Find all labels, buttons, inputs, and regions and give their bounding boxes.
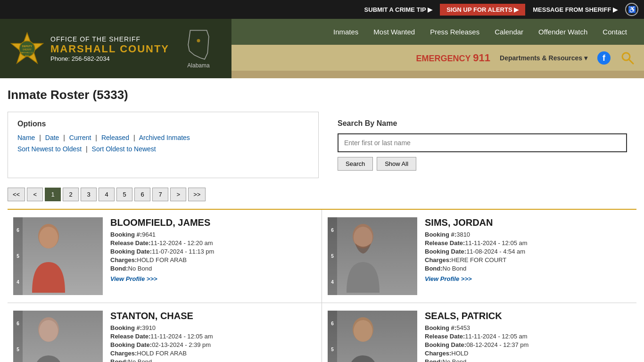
svg-point-12: [39, 227, 58, 248]
page-3[interactable]: 3: [81, 188, 97, 201]
page-5[interactable]: 5: [116, 188, 132, 201]
bond: Bond:No Bond: [425, 358, 631, 362]
mugshot-seals: 6 5 4: [328, 311, 417, 362]
emergency-info: EMERGENCY 911: [416, 52, 490, 64]
release-date: Release Date:11-11-2024 - 12:05 am: [425, 239, 631, 247]
header-nav-area: Inmates Most Wanted Press Releases Calen…: [231, 19, 644, 78]
nav-press-releases[interactable]: Press Releases: [422, 28, 487, 36]
filter-current[interactable]: Current: [69, 134, 91, 141]
top-bar: SUBMIT A CRIME TIP ▶ SIGN UP FOR ALERTS …: [0, 0, 644, 19]
page-next[interactable]: >: [170, 188, 186, 201]
inmate-photo: 6 5 4: [328, 311, 417, 362]
options-box: Options Name | Date | Current | Released…: [8, 112, 319, 178]
inmate-name: SEALS, PATRICK: [425, 311, 631, 321]
header-text: OFFICE OF THE SHERIFF MARSHALL COUNTY Ph…: [50, 35, 169, 62]
mugshot-sims: 6 5 4: [328, 217, 417, 295]
options-section: Options Name | Date | Current | Released…: [8, 112, 636, 178]
nav-offender-watch[interactable]: Offender Watch: [531, 28, 595, 36]
svg-point-6: [197, 39, 200, 42]
inmate-photo: 6 5 4: [13, 217, 103, 295]
search-section: Search By Name Search Show All: [328, 112, 636, 178]
crime-tip-arrow: ▶: [428, 6, 432, 13]
facebook-icon[interactable]: f: [597, 51, 611, 65]
inmate-name: STANTON, CHASE: [110, 311, 316, 321]
bond: Bond:No Bond: [425, 265, 631, 272]
county-title: MARSHALL COUNTY: [50, 43, 169, 55]
view-profile-sims[interactable]: View Profile >>>: [425, 275, 472, 282]
mugshot-bloomfield: 6 5 4: [13, 217, 103, 295]
search-icon[interactable]: [620, 51, 635, 65]
inmate-info: SIMS, JORDAN Booking #:3810 Release Date…: [425, 217, 631, 282]
office-title: OFFICE OF THE SHERIFF: [50, 35, 169, 43]
alerts-button[interactable]: SIGN UP FOR ALERTS ▶: [440, 4, 525, 16]
search-buttons: Search Show All: [338, 157, 627, 171]
inmate-card: 6 5 4 SEALS, PATRICK Booking #:5453 Rele…: [322, 303, 636, 362]
charges: Charges:HERE FOR COURT: [425, 256, 631, 263]
page-4[interactable]: 4: [99, 188, 115, 201]
booking-date: Booking Date:11-07-2024 - 11:13 pm: [110, 248, 316, 255]
filter-name[interactable]: Name: [17, 134, 35, 141]
show-all-button[interactable]: Show All: [377, 157, 416, 171]
charges: Charges:HOLD FOR ARAB: [110, 350, 316, 357]
booking-date: Booking Date:11-08-2024 - 4:54 am: [425, 248, 631, 255]
release-date: Release Date:11-12-2024 - 12:20 am: [110, 239, 316, 247]
nav-calendar[interactable]: Calendar: [487, 28, 531, 36]
inmate-name: BLOOMFIELD, JAMES: [110, 217, 316, 228]
sort-newest[interactable]: Sort Newest to Oldest: [17, 145, 82, 153]
page-2[interactable]: 2: [63, 188, 79, 201]
secondary-bar: EMERGENCY 911 Departments & Resources ▾ …: [231, 45, 644, 71]
booking-date: Booking Date:02-13-2024 - 2:39 pm: [110, 341, 316, 348]
page-6[interactable]: 6: [134, 188, 150, 201]
page-prev[interactable]: <: [27, 188, 43, 201]
nav-contact[interactable]: Contact: [595, 28, 635, 36]
view-profile-bloomfield[interactable]: View Profile >>>: [110, 275, 157, 282]
svg-point-18: [354, 320, 372, 342]
page-last[interactable]: >>: [188, 188, 206, 201]
svg-text:DEPUTY: DEPUTY: [22, 44, 33, 47]
inmate-card: 6 5 4 SIMS, JORDAN Booking #:3810: [322, 210, 636, 303]
phone-info: Phone: 256-582-2034: [50, 55, 169, 62]
state-label: Alabama: [187, 62, 209, 69]
booking-num: Booking #:3810: [425, 231, 631, 238]
inmate-photo: 6 5 4: [13, 311, 103, 362]
inmate-info: BLOOMFIELD, JAMES Booking #:9641 Release…: [110, 217, 316, 282]
booking-num: Booking #:9641: [110, 231, 316, 238]
state-map: Alabama: [175, 24, 222, 74]
page-1[interactable]: 1: [45, 188, 61, 201]
inmate-photo: 6 5 4: [328, 217, 417, 295]
booking-num: Booking #:5453: [425, 324, 631, 331]
page-title: Inmate Roster (5333): [8, 88, 636, 102]
nav-most-wanted[interactable]: Most Wanted: [366, 28, 422, 36]
charges: Charges:HOLD FOR ARAB: [110, 256, 316, 263]
svg-text:MARSHALL CO.: MARSHALL CO.: [21, 52, 34, 54]
options-title: Options: [17, 120, 309, 128]
search-input[interactable]: [338, 133, 627, 152]
departments-resources-menu[interactable]: Departments & Resources ▾: [500, 54, 587, 62]
filter-released[interactable]: Released: [101, 134, 129, 141]
mugshot-stanton: 6 5 4: [13, 311, 103, 362]
booking-num: Booking #:3910: [110, 324, 316, 331]
svg-point-16: [39, 320, 58, 342]
svg-text:ALA.: ALA.: [25, 55, 29, 57]
search-button[interactable]: Search: [338, 157, 373, 171]
nav-inmates[interactable]: Inmates: [326, 28, 366, 36]
sheriff-badge: DEPUTY SHERIFF MARSHALL CO. ALA.: [9, 31, 45, 66]
filter-archived[interactable]: Archived Inmates: [139, 134, 190, 141]
filter-date[interactable]: Date: [45, 134, 59, 141]
inmate-card: 6 5 4 STANTON, CHASE Booking #:3910 Rele…: [8, 303, 322, 362]
sheriff-message-link[interactable]: Message From SHERIFF ▶: [533, 6, 618, 13]
sort-links: Sort Newest to Oldest | Sort Oldest to N…: [17, 145, 309, 153]
svg-line-10: [629, 59, 633, 64]
bond: Bond:No Bond: [110, 358, 316, 362]
inmate-name: SIMS, JORDAN: [425, 217, 631, 228]
crime-tip-link[interactable]: SUBMIT A CRIME TIP ▶: [364, 6, 433, 13]
search-title: Search By Name: [338, 119, 627, 128]
release-date: Release Date:11-11-2024 - 12:05 am: [425, 333, 631, 340]
site-header: DEPUTY SHERIFF MARSHALL CO. ALA. OFFICE …: [0, 19, 644, 78]
inmate-info: STANTON, CHASE Booking #:3910 Release Da…: [110, 311, 316, 362]
sort-oldest[interactable]: Sort Oldest to Newest: [92, 145, 156, 153]
page-7[interactable]: 7: [152, 188, 168, 201]
page-content: Inmate Roster (5333) Options Name | Date…: [0, 78, 644, 362]
accessibility-button[interactable]: ♿: [625, 3, 638, 16]
page-first[interactable]: <<: [8, 188, 25, 201]
